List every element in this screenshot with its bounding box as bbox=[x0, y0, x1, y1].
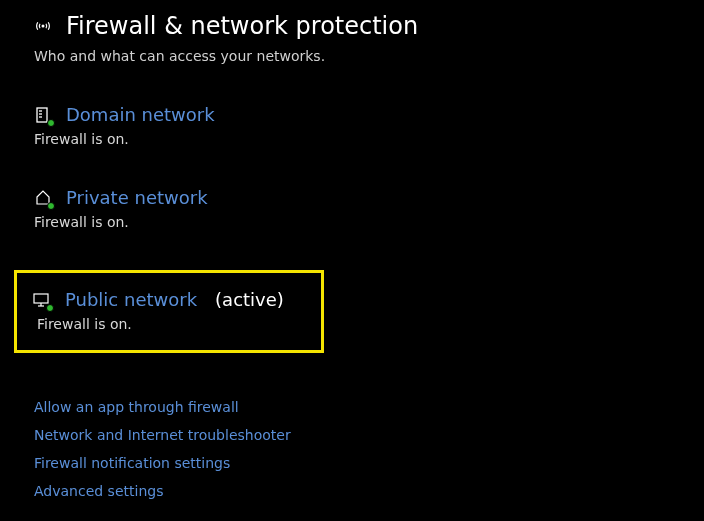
troubleshooter-link[interactable]: Network and Internet troubleshooter bbox=[34, 427, 704, 443]
private-network-status: Firewall is on. bbox=[34, 214, 704, 230]
notifications-link[interactable]: Firewall notification settings bbox=[34, 455, 704, 471]
private-network-icon bbox=[34, 189, 52, 207]
advanced-settings-link[interactable]: Advanced settings bbox=[34, 483, 704, 499]
broadcast-icon bbox=[34, 17, 52, 35]
private-network-block[interactable]: Private network Firewall is on. bbox=[34, 187, 704, 230]
public-network-block[interactable]: Public network (active) Firewall is on. bbox=[14, 270, 324, 353]
page-title: Firewall & network protection bbox=[66, 12, 418, 40]
private-network-link[interactable]: Private network bbox=[66, 187, 208, 208]
svg-point-0 bbox=[42, 25, 44, 27]
svg-rect-5 bbox=[34, 294, 48, 303]
domain-network-status: Firewall is on. bbox=[34, 131, 704, 147]
public-network-active-label: (active) bbox=[215, 289, 284, 310]
allow-app-link[interactable]: Allow an app through firewall bbox=[34, 399, 704, 415]
settings-links: Allow an app through firewall Network an… bbox=[34, 393, 704, 499]
domain-network-link[interactable]: Domain network bbox=[66, 104, 215, 125]
public-network-link[interactable]: Public network bbox=[65, 289, 197, 310]
public-network-status: Firewall is on. bbox=[37, 316, 321, 332]
page-header: Firewall & network protection bbox=[34, 12, 704, 40]
domain-network-block[interactable]: Domain network Firewall is on. bbox=[34, 104, 704, 147]
domain-network-icon bbox=[34, 106, 52, 124]
public-network-icon bbox=[33, 291, 51, 309]
svg-rect-1 bbox=[37, 108, 47, 122]
page-subtitle: Who and what can access your networks. bbox=[34, 48, 704, 64]
